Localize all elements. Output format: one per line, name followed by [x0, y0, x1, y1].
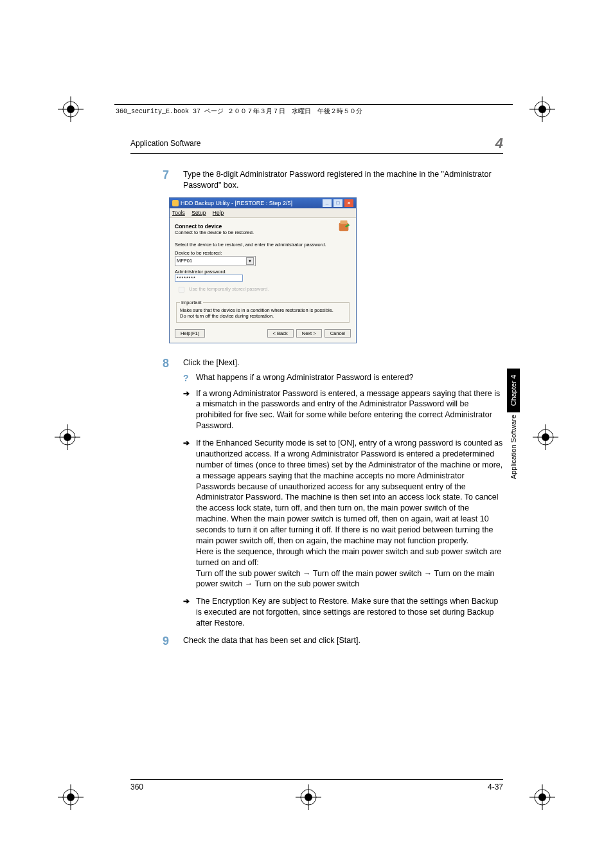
dialog-subheading: Connect to the device to be restored. — [175, 230, 351, 235]
fieldset-legend: Important — [180, 300, 203, 305]
fieldset-text: Make sure that the device is in a condit… — [180, 307, 346, 313]
minimize-icon[interactable]: _ — [323, 199, 332, 207]
sidebar-section: Application Software — [507, 415, 520, 485]
header-rule — [114, 104, 513, 105]
crop-mark-icon — [58, 784, 84, 810]
arrow-icon: ➔ — [183, 596, 196, 629]
section-title: Application Software — [130, 139, 200, 148]
page-footer: 360 4-37 — [130, 779, 503, 791]
crop-mark-icon — [529, 784, 555, 810]
side-tab: Chapter 4 Application Software — [507, 368, 520, 486]
fieldset-text: Do not turn off the device during restor… — [180, 313, 346, 319]
menu-help[interactable]: Help — [213, 210, 224, 216]
arrow-icon: ➔ — [183, 388, 196, 432]
footer-right: 4-37 — [488, 782, 503, 791]
device-label: Device to be restored: — [175, 250, 351, 256]
app-icon — [172, 200, 179, 206]
password-input[interactable]: ******** — [175, 275, 243, 282]
dialog-instruction: Select the device to be restored, and en… — [175, 242, 351, 248]
source-file-header: 360_security_E.book 37 ページ ２００７年３月７日 水曜日… — [116, 107, 362, 116]
arrow-icon: ➔ — [183, 438, 196, 590]
question-mark-icon: ? — [183, 372, 196, 384]
svg-rect-28 — [339, 222, 349, 231]
maximize-icon[interactable]: □ — [333, 199, 342, 207]
step-number: 9 — [130, 635, 183, 648]
device-dropdown[interactable]: MFP01 ▼ — [175, 256, 256, 266]
dialog-screenshot: HDD Backup Utility - [RESTORE : Step 2/5… — [169, 197, 357, 343]
close-icon[interactable]: × — [344, 199, 353, 207]
running-header: Application Software 4 — [130, 135, 503, 154]
answer-text: The Encryption Key are subject to Restor… — [196, 596, 503, 629]
step-text: Check the data that has been set and cli… — [183, 635, 503, 648]
device-icon — [337, 219, 351, 233]
crop-mark-icon — [533, 424, 558, 450]
help-button[interactable]: Help(F1) — [175, 329, 205, 338]
crop-mark-icon — [529, 96, 555, 122]
step-number: 8 — [130, 357, 183, 629]
next-button[interactable]: Next > — [296, 329, 322, 338]
back-button[interactable]: < Back — [267, 329, 294, 338]
step-text: Click the [Next]. — [183, 357, 503, 368]
crop-mark-icon — [55, 424, 80, 450]
step-text: Type the 8-digit Administrator Password … — [183, 169, 503, 191]
sidebar-chapter: Chapter 4 — [507, 368, 520, 412]
question-text: What happens if a wrong Administrator Pa… — [196, 372, 503, 384]
cancel-button[interactable]: Cancel — [324, 329, 351, 338]
svg-rect-29 — [341, 221, 348, 224]
device-value: MFP01 — [177, 258, 192, 264]
answer-text: If a wrong Administrator Password is ent… — [196, 388, 503, 432]
menu-tools[interactable]: Tools — [172, 210, 185, 216]
dialog-heading: Connect to device — [175, 223, 351, 230]
dialog-titlebar: HDD Backup Utility - [RESTORE : Step 2/5… — [170, 198, 356, 208]
dialog-title: HDD Backup Utility - [RESTORE : Step 2/5… — [181, 200, 292, 206]
answer-text: If the Enhanced Security mode is set to … — [196, 438, 503, 590]
menu-bar: Tools Setup Help — [170, 208, 356, 218]
crop-mark-icon — [58, 96, 84, 122]
important-fieldset: Important Make sure that the device is i… — [176, 300, 350, 323]
menu-setup[interactable]: Setup — [191, 210, 206, 216]
use-stored-password-checkbox[interactable] — [179, 287, 184, 293]
checkbox-label: Use the temporarily stored password. — [189, 286, 269, 292]
chevron-down-icon[interactable]: ▼ — [246, 257, 254, 265]
password-label: Administrator password: — [175, 269, 351, 275]
step-number: 7 — [130, 169, 183, 191]
footer-left: 360 — [130, 782, 143, 791]
chapter-number: 4 — [495, 135, 503, 152]
